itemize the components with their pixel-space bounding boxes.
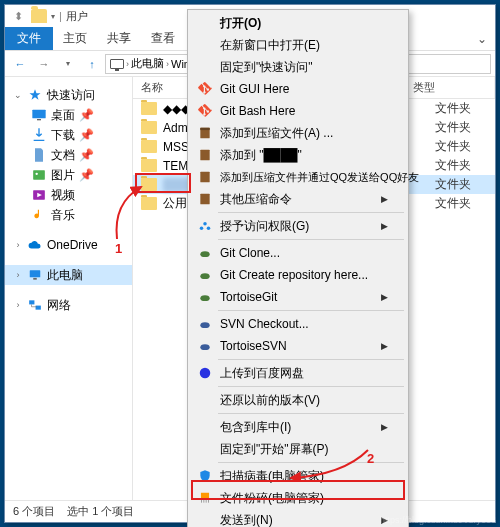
star-icon xyxy=(27,87,43,103)
nav-videos[interactable]: 视频 xyxy=(5,185,132,205)
history-back-icon[interactable]: ⬍ xyxy=(9,7,27,25)
chevron-icon[interactable]: › xyxy=(166,59,169,69)
separator xyxy=(218,310,404,311)
archive-icon xyxy=(196,168,214,186)
ctx-baidu[interactable]: 上传到百度网盘 xyxy=(190,362,406,384)
ctx-prev-versions[interactable]: 还原以前的版本(V) xyxy=(190,389,406,411)
archive-icon xyxy=(196,190,214,208)
picture-icon xyxy=(31,167,47,183)
svg-rect-5 xyxy=(30,270,41,277)
submenu-arrow-icon: ▶ xyxy=(381,292,388,302)
ctx-git-gui[interactable]: Git GUI Here xyxy=(190,78,406,100)
pin-icon: 📌 xyxy=(79,148,94,162)
separator: | xyxy=(59,10,62,22)
svg-point-15 xyxy=(200,227,204,231)
separator xyxy=(218,239,404,240)
nav-recent-icon[interactable]: ▾ xyxy=(57,53,79,75)
ctx-svn-checkout[interactable]: SVN Checkout... xyxy=(190,313,406,335)
share-icon xyxy=(196,217,214,235)
svg-point-3 xyxy=(36,173,38,175)
svg-rect-6 xyxy=(33,278,37,280)
nav-downloads[interactable]: 下载 📌 xyxy=(5,125,132,145)
shred-icon xyxy=(196,489,214,507)
chevron-right-icon[interactable]: › xyxy=(13,300,23,310)
file-type: 文件夹 xyxy=(435,138,495,155)
folder-icon xyxy=(141,102,157,115)
chevron-icon[interactable]: › xyxy=(126,59,129,69)
folder-icon xyxy=(141,140,157,153)
explorer-window: ⬍ ▾ | 用户 文件 主页 共享 查看 ⌄ ← → ▾ ↑ › 此电脑 › W… xyxy=(4,4,496,523)
chevron-right-icon[interactable]: › xyxy=(13,270,23,280)
nav-label: 下载 xyxy=(51,127,75,144)
ctx-zip-qq[interactable]: 添加到压缩文件并通过QQ发送给QQ好友 xyxy=(190,166,406,188)
folder-icon xyxy=(141,159,157,172)
ctx-pin-quick[interactable]: 固定到"快速访问" xyxy=(190,56,406,78)
ctx-scan-virus[interactable]: 扫描病毒(电脑管家) xyxy=(190,465,406,487)
submenu-arrow-icon: ▶ xyxy=(381,194,388,204)
nav-back-icon[interactable]: ← xyxy=(9,53,31,75)
ribbon-expand-icon[interactable]: ⌄ xyxy=(469,27,495,50)
ctx-tortoisesvn[interactable]: TortoiseSVN▶ xyxy=(190,335,406,357)
svg-rect-12 xyxy=(200,172,209,183)
svg-rect-7 xyxy=(29,300,34,304)
archive-icon xyxy=(196,124,214,142)
chevron-down-icon[interactable]: ⌄ xyxy=(13,90,23,100)
separator xyxy=(218,212,404,213)
ctx-pin-start[interactable]: 固定到"开始"屏幕(P) xyxy=(190,438,406,460)
nav-label: 此电脑 xyxy=(47,267,83,284)
ctx-open-new-window[interactable]: 在新窗口中打开(E) xyxy=(190,34,406,56)
ctx-git-clone[interactable]: Git Clone... xyxy=(190,242,406,264)
submenu-arrow-icon: ▶ xyxy=(381,341,388,351)
nav-pictures[interactable]: 图片 📌 xyxy=(5,165,132,185)
nav-documents[interactable]: 文档 📌 xyxy=(5,145,132,165)
tab-view[interactable]: 查看 xyxy=(141,27,185,50)
nav-up-icon[interactable]: ↑ xyxy=(81,53,103,75)
svg-point-21 xyxy=(200,344,209,350)
chevron-right-icon[interactable]: › xyxy=(13,240,23,250)
tab-home[interactable]: 主页 xyxy=(53,27,97,50)
svg-rect-11 xyxy=(200,150,209,161)
file-type: 文件夹 xyxy=(435,100,495,117)
ctx-grant-access[interactable]: 授予访问权限(G)▶ xyxy=(190,215,406,237)
nav-label: 网络 xyxy=(47,297,71,314)
ctx-shred[interactable]: 文件粉碎(电脑管家) xyxy=(190,487,406,509)
nav-desktop[interactable]: 桌面 📌 xyxy=(5,105,132,125)
ctx-other-zip[interactable]: 其他压缩命令▶ xyxy=(190,188,406,210)
separator xyxy=(218,462,404,463)
shield-icon xyxy=(196,467,214,485)
ctx-git-bash[interactable]: Git Bash Here xyxy=(190,100,406,122)
nav-this-pc[interactable]: › 此电脑 xyxy=(5,265,132,285)
file-type: 文件夹 xyxy=(435,195,495,212)
svg-point-22 xyxy=(200,368,211,379)
music-icon xyxy=(31,207,47,223)
window-title: 用户 xyxy=(66,9,88,24)
baidu-icon xyxy=(196,364,214,382)
nav-music[interactable]: 音乐 xyxy=(5,205,132,225)
ctx-git-create[interactable]: Git Create repository here... xyxy=(190,264,406,286)
pc-icon xyxy=(27,267,43,283)
ctx-send-to[interactable]: 发送到(N)▶ xyxy=(190,509,406,527)
nav-label: 快速访问 xyxy=(47,87,95,104)
crumb-thispc[interactable]: 此电脑 xyxy=(131,56,164,71)
svg-point-20 xyxy=(200,322,209,328)
nav-label: 音乐 xyxy=(51,207,75,224)
ctx-add-zip[interactable]: 添加到压缩文件(A) ... xyxy=(190,122,406,144)
ctx-open[interactable]: 打开(O) xyxy=(190,12,406,34)
svg-point-16 xyxy=(207,227,211,231)
ctx-tortoisegit[interactable]: TortoiseGit▶ xyxy=(190,286,406,308)
titlebar-down[interactable]: ▾ xyxy=(51,12,55,21)
separator xyxy=(218,413,404,414)
ctx-include-library[interactable]: 包含到库中(I)▶ xyxy=(190,416,406,438)
nav-onedrive[interactable]: › OneDrive xyxy=(5,235,132,255)
tab-file[interactable]: 文件 xyxy=(5,27,53,50)
pin-icon: 📌 xyxy=(79,128,94,142)
desktop-icon xyxy=(31,107,47,123)
document-icon xyxy=(31,147,47,163)
tortoisegit-icon xyxy=(196,288,214,306)
tab-share[interactable]: 共享 xyxy=(97,27,141,50)
svg-rect-2 xyxy=(33,170,45,179)
ctx-add-zip-named[interactable]: 添加到 "████" xyxy=(190,144,406,166)
nav-network[interactable]: › 网络 xyxy=(5,295,132,315)
nav-quick-access[interactable]: ⌄ 快速访问 xyxy=(5,85,132,105)
nav-label: 图片 xyxy=(51,167,75,184)
